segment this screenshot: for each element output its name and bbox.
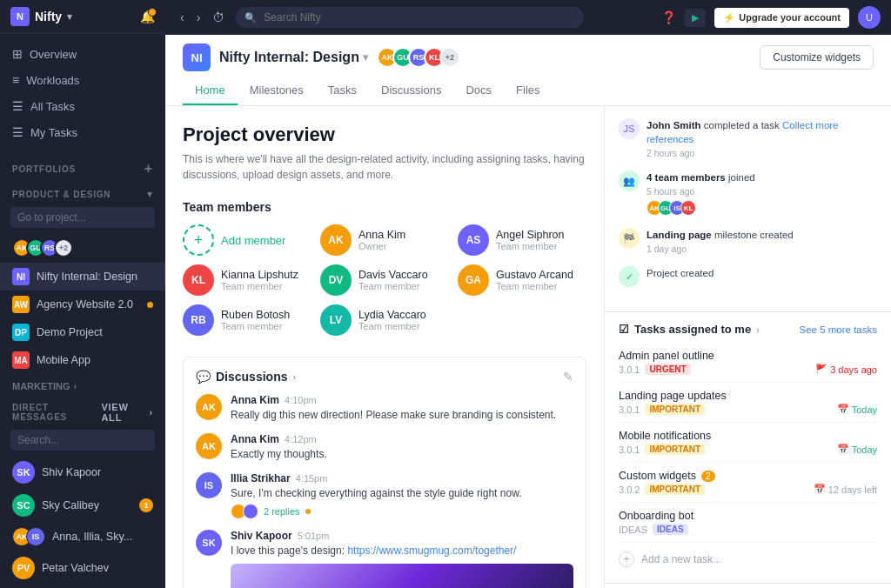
member-info: Gustavo Arcand Team member — [496, 269, 573, 291]
task-item: Admin panel outline 3.0.1 URGENT 🚩 3 day… — [619, 343, 877, 383]
add-member-button[interactable]: + Add member — [183, 224, 312, 256]
project-item-demo[interactable]: DP Demo Project — [0, 318, 165, 346]
nav-history-button[interactable]: ⏱ — [208, 8, 229, 27]
add-task-button[interactable]: + Add a new task... — [619, 543, 877, 576]
project-item-nifty-internal[interactable]: NI Nifty Internal: Design — [0, 263, 165, 291]
activity-avatars: AK GU IS KL — [646, 200, 755, 216]
dm-item-petar[interactable]: PV Petar Valchev — [0, 551, 165, 585]
member-avatar: LV — [320, 304, 352, 336]
marketing-section[interactable]: MARKETING › — [0, 374, 165, 395]
member-avatar: GA — [458, 264, 489, 296]
task-name: Admin panel outline — [619, 350, 877, 362]
discussions-card: 💬 Discussions › ✎ AK Anna Kim 4:10pm — [183, 357, 586, 588]
activity-feed: JS John Smith completed a task Collect m… — [605, 106, 891, 312]
help-icon[interactable]: ❓ — [661, 10, 676, 24]
tab-files[interactable]: Files — [504, 78, 552, 105]
team-member-davis: DV Davis Vaccaro Team member — [320, 264, 449, 296]
replies-count[interactable]: 2 replies — [264, 506, 300, 517]
brand-chevron: ▾ — [67, 11, 72, 23]
message-item: AK Anna Kim 4:12pm Exactly my thoughts. — [196, 433, 573, 462]
dm-header: DIRECT MESSAGES View all › — [0, 395, 165, 426]
task-priority-badge: URGENT — [645, 364, 690, 375]
message-avatar: SK — [196, 530, 222, 556]
project-item-agency-website[interactable]: AW Agency Website 2.0 — [0, 291, 165, 318]
project-name: Demo Project — [37, 326, 153, 338]
team-member-angel: AS Angel Siphron Team member — [458, 224, 586, 256]
message-text: I love this page's design: https://www.s… — [231, 544, 573, 558]
team-member-ruben: RB Ruben Botosh Team member — [183, 304, 312, 336]
project-title-chevron-icon[interactable]: ▾ — [363, 51, 368, 63]
message-avatar: AK — [196, 433, 222, 459]
add-portfolio-button[interactable]: + — [144, 161, 153, 177]
tab-home[interactable]: Home — [183, 78, 238, 105]
task-item: Landing page updates 3.0.1 IMPORTANT 📅 T… — [619, 383, 877, 423]
activity-content: 4 team members joined 5 hours ago AK GU … — [646, 170, 755, 216]
sidebar-item-label: Workloads — [26, 74, 79, 87]
nav-forward-button[interactable]: › — [192, 8, 205, 27]
activity-text: Project created — [646, 266, 713, 280]
nav-back-button[interactable]: ‹ — [176, 8, 189, 27]
brand-logo[interactable]: N Nifty ▾ — [10, 7, 72, 26]
project-avatar: NI — [12, 268, 30, 285]
right-main: JS John Smith completed a task Collect m… — [604, 106, 891, 588]
topbar-search-input[interactable] — [236, 7, 584, 28]
member-info: Kianna Lipshutz Team member — [221, 269, 298, 291]
chevron-right-icon: › — [74, 381, 77, 391]
workloads-icon: ≡ — [12, 73, 19, 87]
dm-item-sky[interactable]: SC Sky Calibey 1 — [0, 489, 165, 522]
message-content: Illia Strikhar 4:15pm Sure, I'm checking… — [231, 472, 573, 520]
message-link[interactable]: https://www.smugmug.com/together/ — [347, 545, 516, 557]
notifications-icon[interactable]: 🔔 — [140, 10, 155, 23]
tasks-icon: ☑ — [619, 323, 629, 336]
project-item-mobile-app[interactable]: MA Mobile App — [0, 346, 165, 374]
project-header-avatar: NI — [183, 43, 211, 71]
group-avatars: AK IS — [12, 527, 45, 546]
activity-item: 👥 4 team members joined 5 hours ago AK G… — [619, 170, 877, 216]
topbar-search-wrap — [236, 7, 584, 28]
nav-arrows: ‹ › ⏱ — [176, 8, 229, 27]
customize-widgets-button[interactable]: Customize widgets — [760, 45, 874, 70]
tab-tasks[interactable]: Tasks — [316, 78, 369, 105]
sidebar-item-overview[interactable]: ⊞ Overview — [0, 41, 165, 67]
dm-avatar: PV — [12, 557, 35, 579]
overview-description: This is where we'll have all the design-… — [183, 151, 586, 183]
dm-avatar: SK — [12, 461, 35, 484]
all-tasks-icon: ☰ — [12, 99, 23, 113]
message-item: IS Illia Strikhar 4:15pm Sure, I'm check… — [196, 472, 573, 520]
message-image — [231, 564, 573, 588]
sidebar-item-all-tasks[interactable]: ☰ All Tasks — [0, 93, 165, 119]
member-avatar: DV — [320, 264, 352, 296]
add-task-circle-icon: + — [619, 551, 634, 567]
task-date: 📅 Today — [837, 444, 877, 455]
dm-search-input[interactable] — [10, 430, 155, 451]
message-content: Anna Kim 4:12pm Exactly my thoughts. — [231, 433, 573, 462]
tab-milestones[interactable]: Milestones — [238, 78, 316, 105]
tab-docs[interactable]: Docs — [453, 78, 504, 105]
dm-item-group[interactable]: AK IS Anna, Illia, Sky... — [0, 522, 165, 551]
activity-text: 4 team members joined — [646, 170, 755, 184]
task-meta: 3.0.1 IMPORTANT 📅 Today — [619, 404, 877, 415]
tab-discussions[interactable]: Discussions — [369, 78, 453, 105]
project-tabs: Home Milestones Tasks Discussions Docs F… — [183, 78, 874, 105]
member-info: Anna Kim Owner — [358, 229, 405, 251]
activity-item: JS John Smith completed a task Collect m… — [619, 118, 877, 158]
left-main: Project overview This is where we'll hav… — [165, 106, 604, 588]
record-button[interactable]: ▶ — [685, 9, 706, 27]
user-avatar[interactable]: U — [858, 6, 881, 29]
discussion-edit-button[interactable]: ✎ — [563, 370, 573, 384]
task-priority-badge: IDEAS — [653, 524, 688, 535]
members-count: +2 — [439, 47, 460, 68]
dm-item-shiv[interactable]: SK Shiv Kapoor — [0, 456, 165, 489]
discussions-title: 💬 Discussions › — [196, 370, 296, 384]
sidebar-top-icons: 🔔 — [140, 10, 155, 23]
activity-avatar: 👥 — [619, 170, 640, 191]
sidebar-item-workloads[interactable]: ≡ Workloads — [0, 67, 165, 93]
project-search-input[interactable] — [10, 207, 155, 228]
see-more-tasks-button[interactable]: See 5 more tasks — [800, 324, 877, 335]
product-design-header[interactable]: PRODUCT & DESIGN ▾ — [0, 180, 165, 204]
task-item: Onboarding bot IDEAS IDEAS — [619, 503, 877, 543]
upgrade-button[interactable]: ⚡ Upgrade your account — [714, 8, 849, 28]
view-all-dm-button[interactable]: View all — [101, 402, 149, 423]
sidebar-item-my-tasks[interactable]: ☰ My Tasks — [0, 119, 165, 145]
activity-content: Project created — [646, 266, 713, 280]
